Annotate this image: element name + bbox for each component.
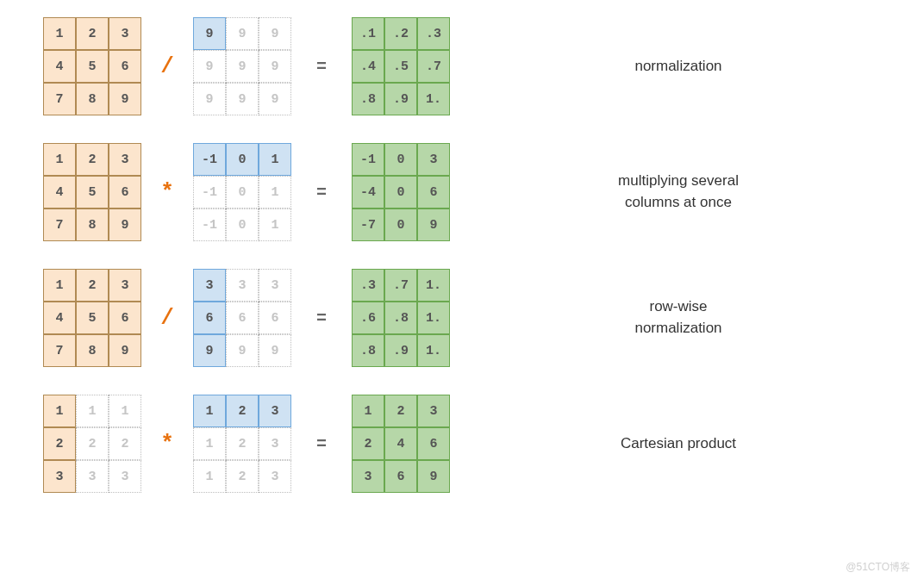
left-matrix-cell: 3 [76,460,109,493]
left-matrix-cell: 9 [109,208,141,241]
mid-matrix-cell: 9 [259,50,291,83]
mid-matrix: 123123123 [193,395,291,493]
result-matrix-cell: .3 [352,269,384,302]
result-matrix-cell: .2 [384,17,417,50]
result-matrix-cell: 2 [384,395,417,427]
mid-matrix-cell: 6 [226,302,259,334]
result-matrix-cell: 0 [384,176,417,208]
example-row-3: 111222333*123123123=123246369Cartesian p… [43,395,881,493]
left-matrix-cell: 2 [76,269,109,302]
left-matrix: 123456789 [43,269,141,367]
left-matrix-cell: 3 [43,460,76,493]
result-matrix-cell: .8 [352,334,384,367]
result-matrix-cell: 1. [417,83,450,115]
mid-matrix-cell: 9 [193,17,226,50]
mid-matrix-cell: 6 [259,302,291,334]
mid-matrix-cell: 0 [226,143,259,176]
result-matrix: .1.2.3.4.5.7.8.91. [352,17,450,115]
result-matrix-cell: -7 [352,208,384,241]
mid-matrix-cell: 6 [193,302,226,334]
equals-symbol: = [291,308,352,328]
result-matrix-cell: .3 [417,17,450,50]
equals-symbol: = [291,57,352,77]
left-matrix-cell: 3 [109,143,141,176]
result-matrix-cell: 1. [417,302,450,334]
left-matrix: 123456789 [43,143,141,241]
left-matrix-cell: 4 [43,50,76,83]
row-label: row-wisenormalization [450,296,881,339]
left-matrix-cell: 9 [109,334,141,367]
left-matrix-cell: 1 [43,17,76,50]
mid-matrix-cell: 9 [259,334,291,367]
left-matrix-cell: 1 [109,395,141,427]
operator-symbol: * [141,179,193,205]
mid-matrix-cell: 1 [193,395,226,427]
row-label: normalization [450,56,881,78]
result-matrix-cell: .8 [384,302,417,334]
mid-matrix-cell: 2 [226,427,259,460]
result-matrix: .3.71..6.81..8.91. [352,269,450,367]
mid-matrix-cell: 3 [226,269,259,302]
result-matrix-cell: .8 [352,83,384,115]
left-matrix-cell: 5 [76,302,109,334]
result-matrix-cell: 1. [417,269,450,302]
result-matrix-cell: .1 [352,17,384,50]
mid-matrix-cell: 1 [193,460,226,493]
left-matrix: 123456789 [43,17,141,115]
left-matrix-cell: 5 [76,50,109,83]
result-matrix-cell: -4 [352,176,384,208]
left-matrix-cell: 1 [43,269,76,302]
mid-matrix-cell: -1 [193,176,226,208]
operator-symbol: / [141,305,193,331]
example-row-2: 123456789/333666999=.3.71..6.81..8.91.ro… [43,269,881,367]
mid-matrix-cell: -1 [193,143,226,176]
result-matrix: -103-406-709 [352,143,450,241]
result-matrix: 123246369 [352,395,450,493]
mid-matrix-cell: 3 [259,395,291,427]
mid-matrix-cell: 3 [259,427,291,460]
mid-matrix-cell: 0 [226,176,259,208]
mid-matrix-cell: 9 [193,83,226,115]
mid-matrix-cell: -1 [193,208,226,241]
mid-matrix-cell: 3 [259,460,291,493]
mid-matrix-cell: 9 [193,50,226,83]
left-matrix-cell: 1 [43,143,76,176]
mid-matrix-cell: 3 [193,269,226,302]
left-matrix-cell: 2 [76,143,109,176]
mid-matrix: 333666999 [193,269,291,367]
row-label: Cartesian product [450,433,881,455]
mid-matrix-cell: 3 [259,269,291,302]
result-matrix-cell: .9 [384,334,417,367]
result-matrix-cell: .7 [417,50,450,83]
left-matrix-cell: 6 [109,176,141,208]
operator-symbol: / [141,53,193,79]
result-matrix-cell: 4 [384,427,417,460]
left-matrix-cell: 2 [109,427,141,460]
result-matrix-cell: .4 [352,50,384,83]
result-matrix-cell: 9 [417,460,450,493]
mid-matrix: -101-101-101 [193,143,291,241]
result-matrix-cell: .5 [384,50,417,83]
result-matrix-cell: 1. [417,334,450,367]
left-matrix-cell: 8 [76,83,109,115]
mid-matrix-cell: 9 [226,334,259,367]
result-matrix-cell: 3 [417,395,450,427]
left-matrix-cell: 6 [109,50,141,83]
mid-matrix-cell: 9 [226,83,259,115]
result-matrix-cell: 6 [384,460,417,493]
mid-matrix-cell: 1 [259,208,291,241]
left-matrix-cell: 2 [43,427,76,460]
result-matrix-cell: .7 [384,269,417,302]
mid-matrix-cell: 9 [259,17,291,50]
left-matrix-cell: 5 [76,176,109,208]
result-matrix-cell: 3 [352,460,384,493]
row-label: multiplying severalcolumns at once [450,171,881,213]
left-matrix-cell: 2 [76,427,109,460]
left-matrix-cell: 1 [76,395,109,427]
mid-matrix-cell: 1 [259,176,291,208]
result-matrix-cell: 3 [417,143,450,176]
result-matrix-cell: -1 [352,143,384,176]
left-matrix-cell: 8 [76,208,109,241]
result-matrix-cell: 0 [384,143,417,176]
mid-matrix-cell: 2 [226,460,259,493]
